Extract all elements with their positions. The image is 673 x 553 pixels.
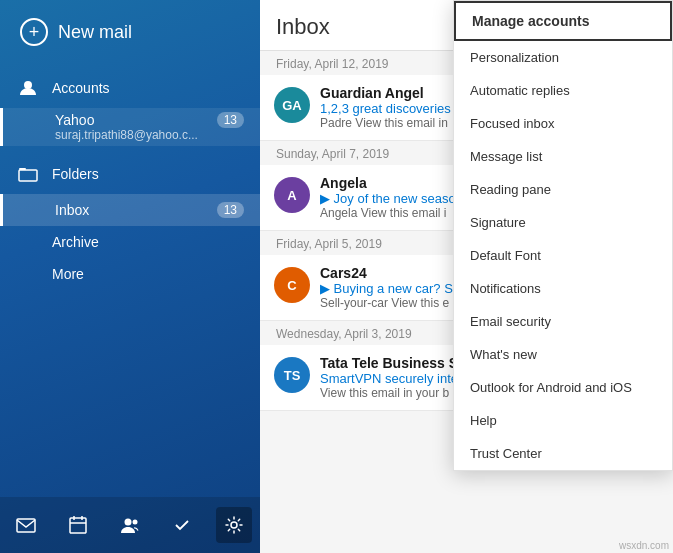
manage-accounts-header[interactable]: Manage accounts [454, 1, 672, 41]
archive-folder-label: Archive [52, 234, 244, 250]
avatar-a: A [274, 177, 310, 213]
accounts-section: Accounts Yahoo 13 suraj.tripathi88@yahoo… [0, 64, 260, 150]
dropdown-item-notifications[interactable]: Notifications [454, 272, 672, 305]
svg-rect-2 [19, 170, 37, 181]
people-nav-item[interactable] [112, 507, 148, 543]
new-mail-plus-icon: + [20, 18, 48, 46]
yahoo-account-item[interactable]: Yahoo 13 suraj.tripathi88@yahoo.c... [0, 108, 260, 146]
accounts-label: Accounts [52, 80, 110, 96]
dropdown-item-reading-pane[interactable]: Reading pane [454, 173, 672, 206]
avatar-c: C [274, 267, 310, 303]
folders-section: Folders Inbox 13 Archive More [0, 150, 260, 294]
dropdown-item-trust-center[interactable]: Trust Center [454, 437, 672, 470]
mail-nav-item[interactable] [8, 507, 44, 543]
svg-rect-3 [17, 519, 35, 532]
main-content: Inbox Friday, April 12, 2019 GA Guardian… [260, 0, 673, 553]
more-folder-label: More [52, 266, 244, 282]
dropdown-item-outlook-android-ios[interactable]: Outlook for Android and iOS [454, 371, 672, 404]
sidebar: + New mail Accounts Yahoo 13 suraj.tripa… [0, 0, 260, 553]
inbox-folder-item[interactable]: Inbox 13 [0, 194, 260, 226]
dropdown-item-focused-inbox[interactable]: Focused inbox [454, 107, 672, 140]
svg-point-0 [24, 81, 32, 89]
new-mail-label: New mail [58, 22, 132, 43]
tasks-nav-item[interactable] [164, 507, 200, 543]
dropdown-item-email-security[interactable]: Email security [454, 305, 672, 338]
yahoo-badge: 13 [217, 112, 244, 128]
watermark: wsxdn.com [619, 540, 669, 551]
dropdown-item-automatic-replies[interactable]: Automatic replies [454, 74, 672, 107]
dropdown-item-signature[interactable]: Signature [454, 206, 672, 239]
sidebar-item-accounts[interactable]: Accounts [0, 68, 260, 108]
account-name-row: Yahoo 13 [55, 112, 244, 128]
svg-rect-4 [70, 518, 86, 533]
inbox-folder-label: Inbox [55, 202, 205, 218]
avatar-ts: TS [274, 357, 310, 393]
folders-label: Folders [52, 166, 99, 182]
more-folder-item[interactable]: More [0, 258, 260, 290]
svg-point-8 [125, 519, 132, 526]
accounts-icon [16, 76, 40, 100]
inbox-badge: 13 [217, 202, 244, 218]
sidebar-top: + New mail [0, 0, 260, 64]
svg-point-10 [231, 522, 237, 528]
avatar-ga: GA [274, 87, 310, 123]
svg-point-9 [133, 520, 138, 525]
yahoo-name: Yahoo [55, 112, 94, 128]
dropdown-item-personalization[interactable]: Personalization [454, 41, 672, 74]
dropdown-item-whats-new[interactable]: What's new [454, 338, 672, 371]
sidebar-item-folders[interactable]: Folders [0, 154, 260, 194]
new-mail-button[interactable]: + New mail [16, 12, 136, 52]
folders-icon [16, 162, 40, 186]
dropdown-item-message-list[interactable]: Message list [454, 140, 672, 173]
settings-nav-item[interactable] [216, 507, 252, 543]
dropdown-item-help[interactable]: Help [454, 404, 672, 437]
sidebar-bottom-nav [0, 497, 260, 553]
settings-dropdown: Manage accounts Personalization Automati… [453, 0, 673, 471]
yahoo-email: suraj.tripathi88@yahoo.c... [55, 128, 215, 142]
dropdown-item-default-font[interactable]: Default Font [454, 239, 672, 272]
inbox-title: Inbox [276, 14, 330, 39]
calendar-nav-item[interactable] [60, 507, 96, 543]
archive-folder-item[interactable]: Archive [0, 226, 260, 258]
